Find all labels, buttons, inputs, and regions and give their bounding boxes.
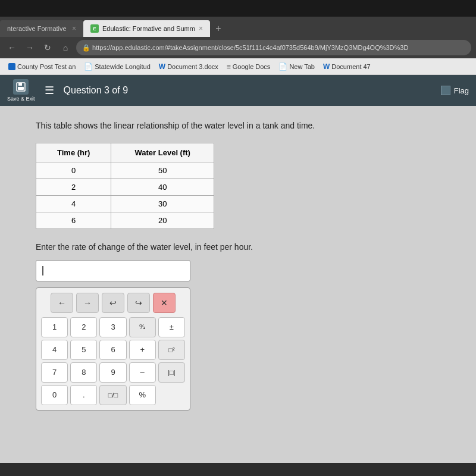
tab-edulastic[interactable]: E Edulastic: Formative and Summ × bbox=[83, 20, 210, 37]
bookmark-county-icon bbox=[8, 63, 15, 70]
address-field[interactable]: 🔒 https://app.edulastic.com/#takeAssignm… bbox=[76, 40, 471, 55]
save-exit-icon bbox=[13, 79, 29, 95]
table-cell-level: 40 bbox=[111, 178, 214, 195]
edulastic-icon: E bbox=[90, 24, 99, 33]
forward-button[interactable]: → bbox=[23, 40, 37, 55]
calc-key-3[interactable]: 3 bbox=[99, 317, 126, 337]
calc-right-arrow-button[interactable]: → bbox=[76, 293, 99, 313]
tab-active-label: Edulastic: Formative and Summ bbox=[102, 25, 195, 32]
bookmark-statewide-label: Statewide Longitud bbox=[95, 63, 151, 70]
table-cell-time: 4 bbox=[36, 195, 111, 212]
calc-key-1[interactable]: 1 bbox=[41, 317, 68, 337]
calc-delete-button[interactable]: ✕ bbox=[153, 293, 176, 313]
hamburger-menu-icon[interactable]: ☰ bbox=[45, 84, 54, 97]
table-cell-time: 6 bbox=[36, 212, 111, 228]
reload-button[interactable]: ↻ bbox=[40, 40, 55, 55]
calc-key-16[interactable]: . bbox=[70, 385, 97, 405]
question-description: This table shows the linear relationship… bbox=[36, 120, 440, 132]
table-row: 050 bbox=[36, 162, 214, 178]
svg-rect-1 bbox=[18, 83, 22, 86]
bookmark-doc47[interactable]: W Document 47 bbox=[320, 61, 374, 72]
flag-button[interactable]: Flag bbox=[441, 86, 469, 95]
bookmark-newtab[interactable]: 📄 New Tab bbox=[275, 61, 318, 72]
url-text: https://app.edulastic.com/#takeAssignmen… bbox=[92, 44, 408, 51]
main-content: This table shows the linear relationship… bbox=[0, 106, 476, 463]
bookmark-gdocs-icon: ≡ bbox=[227, 62, 231, 71]
tab-close-active-icon[interactable]: × bbox=[199, 24, 203, 33]
table-cell-time: 0 bbox=[36, 162, 111, 178]
answer-input-box[interactable] bbox=[36, 260, 190, 281]
flag-icon bbox=[441, 86, 450, 95]
calc-key-4[interactable]: ± bbox=[158, 317, 185, 337]
bookmark-gdocs[interactable]: ≡ Google Docs bbox=[223, 61, 274, 72]
tab-close-icon[interactable]: × bbox=[72, 24, 76, 33]
calc-left-arrow-button[interactable]: ← bbox=[51, 293, 73, 313]
calc-key-14[interactable]: |□| bbox=[158, 362, 185, 383]
table-cell-time: 2 bbox=[36, 178, 111, 195]
table-header-time: Time (hr) bbox=[36, 143, 111, 162]
bookmark-doc3[interactable]: W Document 3.docx bbox=[155, 61, 222, 72]
bookmark-doc47-icon: W bbox=[323, 62, 330, 71]
bookmark-doc3-label: Document 3.docx bbox=[167, 63, 218, 70]
bookmark-doc47-label: Document 47 bbox=[331, 63, 370, 70]
bookmarks-bar: County Post Test an 📄 Statewide Longitud… bbox=[0, 58, 476, 75]
calc-key-5[interactable]: 5 bbox=[70, 340, 97, 360]
table-cell-level: 20 bbox=[111, 212, 214, 228]
calc-key-9[interactable]: □² bbox=[158, 340, 185, 360]
bookmark-county-label: County Post Test an bbox=[17, 63, 76, 70]
calc-keypad: 123⁰⁄₁±456+□²789–|□|0.□/□% bbox=[41, 317, 185, 405]
table-row: 240 bbox=[36, 178, 214, 195]
table-cell-level: 50 bbox=[111, 162, 214, 178]
calc-key-9[interactable]: 9 bbox=[99, 362, 126, 383]
calc-key-7[interactable]: 7 bbox=[41, 362, 68, 383]
calc-nav-row: ← → ↩ ↪ ✕ bbox=[41, 293, 185, 313]
tab-inactive[interactable]: nteractive Formative × bbox=[0, 20, 83, 37]
app-header: Save & Exit ☰ Question 3 of 9 Flag bbox=[0, 75, 476, 106]
new-tab-button[interactable]: + bbox=[210, 20, 227, 37]
lock-icon: 🔒 bbox=[82, 44, 90, 52]
calc-key-13[interactable]: – bbox=[129, 362, 156, 383]
calc-redo-button[interactable]: ↪ bbox=[127, 293, 150, 313]
calc-key-0[interactable]: 0 bbox=[41, 385, 68, 405]
table-row: 430 bbox=[36, 195, 214, 212]
calc-key-3[interactable]: ⁰⁄₁ bbox=[129, 317, 156, 337]
back-button[interactable]: ← bbox=[5, 40, 19, 55]
calc-key-18[interactable]: % bbox=[129, 385, 156, 405]
calc-undo-button[interactable]: ↩ bbox=[102, 293, 124, 313]
calculator: ← → ↩ ↪ ✕ 123⁰⁄₁±456+□²789–|□|0.□/□% bbox=[36, 287, 190, 411]
calc-key-2[interactable]: 2 bbox=[70, 317, 97, 337]
data-table: Time (hr) Water Level (ft) 050240430620 bbox=[36, 143, 214, 229]
bookmark-doc-icon: 📄 bbox=[84, 62, 93, 71]
table-cell-level: 30 bbox=[111, 195, 214, 212]
calc-key-8[interactable]: + bbox=[129, 340, 156, 360]
os-bar bbox=[0, 0, 476, 17]
instruction-text: Enter the rate of change of the water le… bbox=[36, 242, 440, 252]
text-cursor bbox=[42, 266, 43, 275]
save-exit-label: Save & Exit bbox=[7, 96, 35, 102]
calc-key-8[interactable]: 8 bbox=[70, 362, 97, 383]
table-row: 620 bbox=[36, 212, 214, 228]
flag-label: Flag bbox=[454, 86, 469, 95]
bookmark-county[interactable]: County Post Test an bbox=[5, 62, 79, 71]
save-exit-button[interactable]: Save & Exit bbox=[7, 79, 35, 102]
calc-key-17[interactable]: □/□ bbox=[99, 385, 126, 405]
address-bar-row: ← → ↻ ⌂ 🔒 https://app.edulastic.com/#tak… bbox=[0, 37, 476, 58]
table-header-level: Water Level (ft) bbox=[111, 143, 214, 162]
tab-bar: nteractive Formative × E Edulastic: Form… bbox=[0, 17, 476, 37]
bookmark-statewide[interactable]: 📄 Statewide Longitud bbox=[80, 61, 154, 72]
bookmark-word-icon: W bbox=[159, 62, 165, 71]
svg-rect-2 bbox=[18, 87, 24, 90]
bookmark-newtab-label: New Tab bbox=[289, 63, 315, 70]
question-counter: Question 3 of 9 bbox=[64, 85, 431, 96]
home-button[interactable]: ⌂ bbox=[58, 40, 73, 55]
tab-label: nteractive Formative bbox=[7, 25, 67, 32]
bookmark-gdocs-label: Google Docs bbox=[233, 63, 271, 70]
bookmark-newtab-icon: 📄 bbox=[278, 62, 287, 71]
calc-key-6[interactable]: 6 bbox=[99, 340, 126, 360]
calc-key-4[interactable]: 4 bbox=[41, 340, 68, 360]
